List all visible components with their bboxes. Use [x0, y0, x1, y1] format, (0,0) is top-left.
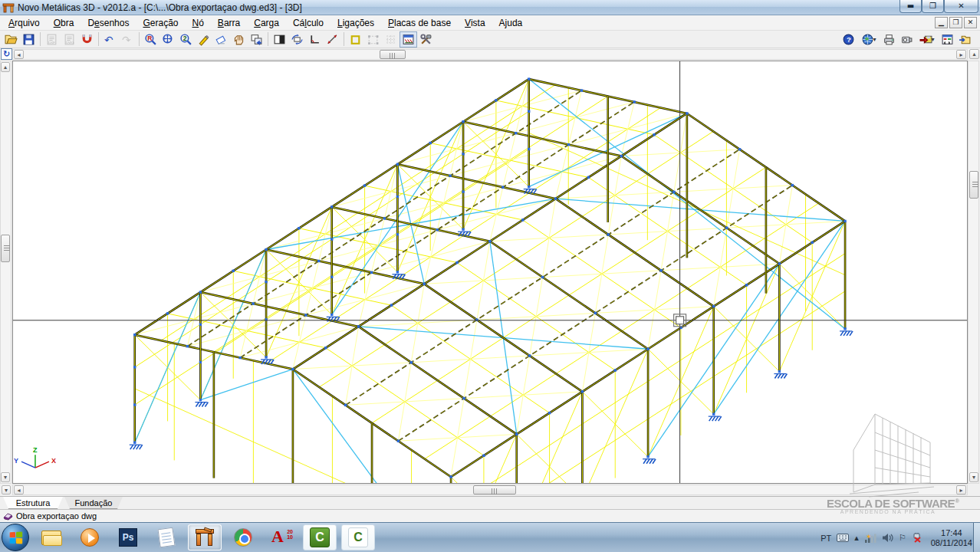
scroll-right-icon[interactable]: ▸ [956, 50, 966, 59]
scroll-up-icon[interactable]: ▴ [969, 49, 979, 59]
drawing-canvas[interactable]: ZXY [12, 61, 968, 484]
mdi-restore-button[interactable]: ❐ [949, 17, 962, 28]
help-button[interactable]: ? [840, 31, 857, 48]
handles-button[interactable] [364, 31, 382, 48]
top-scrollbar-thumb[interactable] [380, 50, 406, 59]
taskbar-item-wmp[interactable] [73, 524, 107, 550]
bottom-scrollbar[interactable]: ◂ ▸ [12, 485, 968, 495]
export-red-dropdown-icon[interactable]: ▾ [931, 36, 934, 43]
mdi-minimize-button[interactable]: ▁ [935, 17, 948, 28]
invert-colors-button[interactable] [271, 31, 288, 48]
copy-view-button[interactable] [248, 31, 265, 48]
tools-icon [419, 33, 432, 46]
menu-carga[interactable]: Carga [247, 16, 286, 30]
web-dropdown-icon[interactable]: ▾ [873, 36, 876, 43]
exit-button[interactable] [956, 31, 974, 48]
taskbar-item-explorer[interactable] [35, 524, 68, 550]
zoom-window-button[interactable]: R [142, 31, 159, 48]
hidden-icons-chevron-icon[interactable]: ▴ [854, 533, 859, 543]
ortho-button[interactable] [306, 31, 324, 48]
import-dxf-button[interactable]: DXF [43, 31, 61, 48]
layer-square-button[interactable] [347, 31, 364, 48]
plotter-button[interactable] [898, 31, 916, 48]
scroll-right2-icon[interactable]: ▸ [956, 485, 966, 495]
tab-fundacao[interactable]: Fundação [64, 497, 123, 509]
scroll-down-right-icon[interactable]: ▾ [969, 472, 978, 482]
taskbar-item-notepad[interactable] [150, 524, 183, 550]
show-desktop-button[interactable] [973, 523, 980, 552]
metalicas3d-icon [195, 528, 215, 547]
scroll-left2-icon[interactable]: ◂ [14, 485, 24, 495]
menu-barra[interactable]: Barra [211, 16, 247, 30]
network-signal-icon[interactable]: ✶ [864, 533, 876, 543]
action-center-flag-icon[interactable]: ⚐ [899, 533, 906, 543]
mdi-close-button[interactable]: ✕ [964, 17, 977, 28]
zoom-prev-button[interactable]: 2 [177, 31, 195, 48]
orbit-view-button[interactable]: ↻ [1, 48, 12, 60]
pan-button[interactable] [230, 31, 248, 48]
marker-button[interactable] [195, 31, 212, 48]
title-bar[interactable]: Novo Metálicas 3D - v2012.a - [C:\...\Ob… [0, 0, 980, 15]
top-scrollbar[interactable]: ◂ ▸ [12, 49, 968, 60]
rotate-view-button[interactable] [288, 31, 306, 48]
workspace: ↻ ◂ ▸ ▴ ▴ ▾ ▾ ◂ ▸ ▾ ZXY [0, 48, 980, 522]
measure-button[interactable] [324, 31, 341, 48]
redo-button[interactable]: ↷ [119, 31, 136, 48]
scroll-up-left-icon[interactable]: ▴ [1, 62, 10, 72]
keyboard-icon[interactable] [837, 534, 849, 542]
menu-calculo[interactable]: Cálculo [286, 16, 331, 30]
menu-bar: ArquivoObraDesenhosGeraçãoNóBarraCargaCá… [0, 15, 980, 31]
right-scrollbar-thumb[interactable] [969, 171, 978, 199]
explorer-icon [41, 531, 61, 545]
undo-button[interactable]: ↶ [101, 31, 119, 48]
print-button[interactable] [880, 31, 898, 48]
taskbar-item-autocad[interactable]: A2010 [265, 524, 298, 550]
left-scrollbar[interactable]: ▴ ▾ [0, 61, 12, 484]
support-symbol [130, 445, 143, 449]
language-indicator[interactable]: PT [821, 534, 831, 543]
structure-3d-view[interactable]: ZXY [13, 61, 967, 483]
menu-obra[interactable]: Obra [47, 16, 81, 30]
zoom-extents-button[interactable] [159, 31, 177, 48]
taskbar-item-chrome[interactable] [226, 524, 260, 550]
menu-desenhos[interactable]: Desenhos [81, 16, 136, 30]
start-button[interactable] [2, 524, 29, 551]
taskbar-item-metalicas[interactable] [188, 524, 222, 550]
menu-geracao[interactable]: Geração [136, 16, 185, 30]
export-dxf-icon: DWG [63, 33, 76, 46]
tools-button[interactable] [417, 31, 435, 48]
minimize-button[interactable]: ▬ [899, 0, 922, 13]
view-3d-button[interactable] [400, 31, 417, 48]
scroll-down-left-icon[interactable]: ▾ [1, 472, 10, 482]
menu-arquivo[interactable]: Arquivo [2, 16, 47, 30]
menu-vista[interactable]: Vista [458, 16, 492, 30]
erase-button[interactable] [212, 31, 230, 48]
grid-button[interactable] [382, 31, 400, 48]
save-button[interactable] [20, 31, 38, 48]
export-red-button[interactable]: ▾ [916, 31, 939, 48]
svg-text:✶: ✶ [866, 533, 872, 540]
scroll-left-icon[interactable]: ◂ [14, 50, 24, 59]
left-scrollbar-thumb[interactable] [1, 235, 10, 262]
web-button[interactable]: ▾ [857, 31, 880, 48]
taskbar-item-photoshop[interactable]: Ps [111, 524, 145, 550]
magnet-button[interactable] [78, 31, 96, 48]
menu-ligacoes[interactable]: Ligações [331, 16, 381, 30]
taskbar-item-camtasia-rec[interactable]: C [341, 524, 375, 550]
export-dxf-button[interactable]: DWG [61, 31, 78, 48]
close-button[interactable]: ✕ [944, 0, 978, 13]
panel-window-button[interactable] [939, 31, 956, 48]
right-scrollbar[interactable]: ▾ [968, 61, 979, 484]
menu-ajuda[interactable]: Ajuda [492, 16, 530, 30]
menu-placas-de-base[interactable]: Placas de base [381, 16, 458, 30]
bottom-scrollbar-thumb[interactable] [473, 485, 516, 495]
taskbar-item-camtasia[interactable]: C [303, 524, 337, 550]
restore-button[interactable]: ❐ [922, 0, 944, 13]
taskbar-clock[interactable]: 17:44 08/11/2014 [931, 528, 972, 548]
tab-estrutura[interactable]: Estrutura [3, 497, 63, 509]
no-network-icon[interactable] [912, 533, 922, 543]
open-button[interactable] [2, 31, 20, 48]
volume-icon[interactable] [882, 533, 893, 543]
scroll-down-icon[interactable]: ▾ [2, 485, 11, 495]
menu-no[interactable]: Nó [186, 16, 211, 30]
